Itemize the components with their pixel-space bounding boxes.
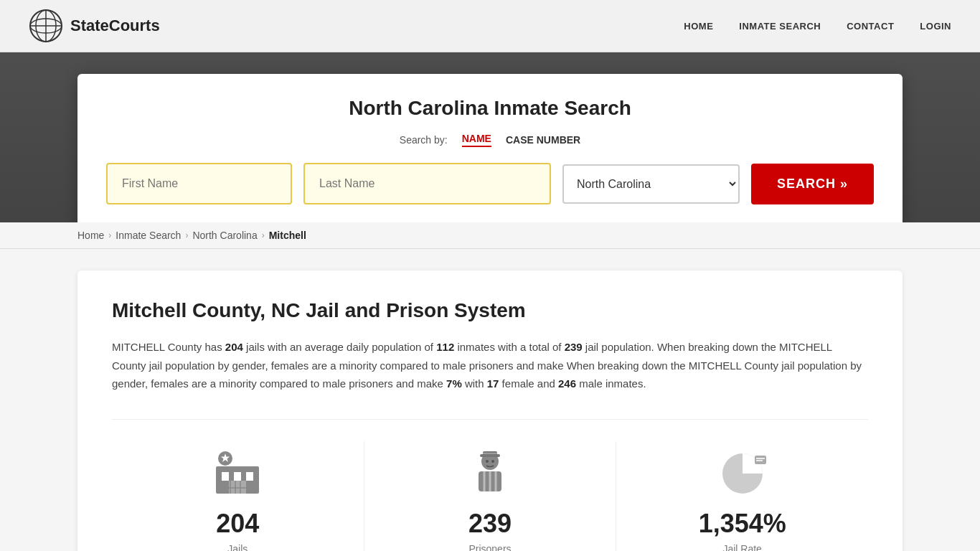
- stat-jails-label: Jails: [227, 543, 248, 552]
- desc-after-female: female and: [499, 377, 558, 390]
- svg-rect-9: [229, 481, 246, 494]
- desc-after-avg: inmates with a total of: [454, 341, 564, 353]
- nav-login[interactable]: LOGIN: [920, 21, 951, 32]
- svg-rect-8: [246, 472, 253, 481]
- stat-prisoners: 239 Prisoners: [364, 441, 617, 552]
- prisoner-icon: [461, 448, 519, 499]
- desc-before-jails: MITCHELL County has: [112, 341, 225, 353]
- logo-text: StateCourts: [70, 17, 160, 35]
- nav-home[interactable]: HOME: [684, 21, 713, 32]
- last-name-input[interactable]: [303, 163, 551, 204]
- breadcrumb-current: Mitchell: [269, 230, 306, 241]
- stat-jails: 204 Jails: [112, 441, 364, 552]
- svg-rect-7: [234, 472, 241, 481]
- nav-contact[interactable]: CONTACT: [847, 21, 894, 32]
- svg-point-25: [491, 460, 494, 463]
- desc-jails-count: 204: [225, 341, 243, 353]
- desc-after-male: male inmates.: [576, 377, 646, 390]
- breadcrumb-inmate-search[interactable]: Inmate Search: [116, 230, 181, 241]
- desc-female-pct: 7%: [446, 377, 462, 390]
- breadcrumb-sep-2: ›: [185, 230, 188, 240]
- desc-male-count: 246: [558, 377, 576, 390]
- main-content: Mitchell County, NC Jail and Prison Syst…: [0, 249, 980, 551]
- search-card-title: North Carolina Inmate Search: [106, 97, 874, 120]
- breadcrumb: Home › Inmate Search › North Carolina › …: [0, 222, 980, 249]
- stats-row: 204 Jails: [112, 419, 868, 552]
- county-card: Mitchell County, NC Jail and Prison Syst…: [77, 270, 903, 551]
- state-select[interactable]: North Carolina Alabama Alaska Arizona Ar…: [562, 164, 740, 204]
- county-description: MITCHELL County has 204 jails with an av…: [112, 338, 868, 393]
- pie-chart-icon: [714, 448, 771, 499]
- search-card: North Carolina Inmate Search Search by: …: [77, 74, 903, 222]
- desc-female-count: 17: [487, 377, 499, 390]
- county-title: Mitchell County, NC Jail and Prison Syst…: [112, 299, 868, 322]
- breadcrumb-sep-3: ›: [262, 230, 265, 240]
- stat-prisoners-number: 239: [468, 509, 512, 539]
- svg-rect-18: [483, 451, 497, 457]
- breadcrumb-state[interactable]: North Carolina: [192, 230, 257, 241]
- breadcrumb-sep-1: ›: [108, 230, 111, 240]
- desc-avg-population: 112: [436, 341, 454, 353]
- search-button[interactable]: SEARCH »: [751, 164, 874, 204]
- nav-links: HOME INMATE SEARCH CONTACT LOGIN: [684, 21, 951, 32]
- desc-total-population: 239: [565, 341, 583, 353]
- desc-after-pct: with: [462, 377, 487, 390]
- svg-rect-6: [222, 472, 229, 481]
- stat-jail-rate-label: Jail Rate: [722, 543, 761, 552]
- logo-area[interactable]: StateCourts: [29, 9, 160, 43]
- search-by-label: Search by:: [400, 134, 448, 146]
- logo-icon: [29, 9, 63, 43]
- first-name-input[interactable]: [106, 163, 292, 204]
- search-inputs-row: North Carolina Alabama Alaska Arizona Ar…: [106, 163, 874, 204]
- stat-jail-rate: 1,354% Jail Rate: [616, 441, 868, 552]
- breadcrumb-home[interactable]: Home: [77, 230, 104, 241]
- tab-case-number[interactable]: CASE NUMBER: [506, 134, 580, 146]
- svg-rect-27: [755, 456, 766, 464]
- header: StateCourts HOME INMATE SEARCH CONTACT L…: [0, 0, 980, 222]
- search-by-row: Search by: NAME CASE NUMBER: [106, 133, 874, 147]
- tab-name[interactable]: NAME: [462, 133, 491, 147]
- desc-after-jails: jails with an average daily population o…: [243, 341, 436, 353]
- building-icon: [209, 448, 266, 499]
- stat-prisoners-label: Prisoners: [468, 543, 511, 552]
- svg-point-24: [486, 460, 489, 463]
- nav-inmate-search[interactable]: INMATE SEARCH: [739, 21, 821, 32]
- stat-jail-rate-number: 1,354%: [699, 509, 786, 539]
- nav-bar: StateCourts HOME INMATE SEARCH CONTACT L…: [0, 0, 980, 52]
- stat-jails-number: 204: [216, 509, 259, 539]
